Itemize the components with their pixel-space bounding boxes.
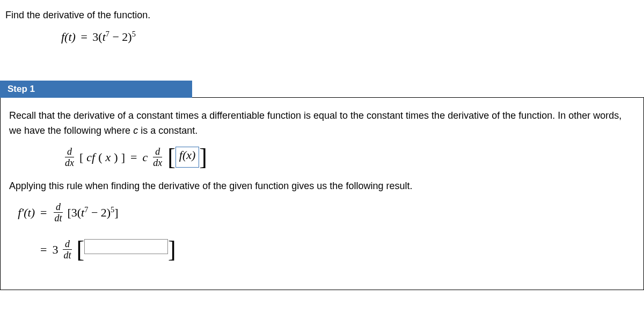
exp2: 5	[132, 30, 136, 38]
ddt-1: d dt	[52, 201, 64, 223]
fn-lhs: f(t)	[61, 30, 76, 44]
rule-left-bracket-open: [	[79, 150, 83, 164]
expr1-open: [3(	[67, 206, 81, 219]
ddx-num: d	[65, 146, 74, 157]
big-bracket-l: [	[167, 147, 175, 168]
exp1: 7	[106, 30, 109, 38]
ddt-num1: d	[54, 201, 63, 213]
expr1-mid: − 2)	[88, 206, 111, 219]
eq1: =	[40, 206, 47, 220]
big-bracket-r: ]	[199, 147, 207, 168]
coeff-3: 3	[52, 243, 58, 257]
intro-c: c	[133, 125, 138, 136]
problem-title: Find the derivative of the function.	[5, 10, 639, 21]
ddt-num2: d	[63, 239, 72, 250]
ddx-right: d dx	[151, 146, 164, 168]
step-content: Recall that the derivative of a constant…	[0, 97, 644, 290]
ddx-num2: d	[153, 146, 162, 157]
rule-paren-close: )	[114, 150, 118, 164]
ddt-2: d dt	[61, 239, 73, 261]
apply-text: Applying this rule when finding the deri…	[9, 179, 635, 194]
rule-fx-box: f(x)	[175, 147, 200, 168]
intro-part1: Recall that the derivative of a constant…	[9, 110, 621, 136]
result-line-1: f′(t) = d dt [3(t7 − 2)5]	[9, 201, 635, 223]
eq2: =	[40, 243, 47, 257]
rule-paren-open: (	[98, 150, 102, 164]
rule-c: c	[142, 150, 148, 164]
rule-boxed: [ f(x) ]	[167, 147, 207, 168]
ddx-den2: dx	[151, 157, 164, 168]
rule-equals: =	[130, 150, 137, 164]
expr1: [3(t7 − 2)5]	[67, 205, 118, 220]
result-line-2: = 3 d dt [ ]	[9, 239, 635, 261]
big-bracket-l2: [	[76, 239, 84, 261]
step-label: Step 1	[8, 84, 35, 94]
constant-multiple-rule: d dx [cf(x)] = c d dx [ f(x) ]	[63, 146, 635, 168]
expr1-close: ]	[114, 206, 118, 219]
ddt-den1: dt	[52, 213, 64, 223]
rule-x: x	[106, 150, 111, 164]
rule-left-bracket-close: ]	[121, 150, 125, 164]
step-tab: Step 1	[0, 81, 192, 98]
ddt-den2: dt	[61, 250, 73, 261]
rule-cf: cf	[86, 150, 95, 164]
instruction-text: Recall that the derivative of a constant…	[9, 109, 635, 139]
equals: =	[80, 30, 87, 44]
rule-fx: f(x)	[179, 148, 196, 162]
big-bracket-r2: ]	[168, 239, 176, 261]
answer-bracket: [ ]	[76, 239, 175, 261]
mid: − 2)	[109, 30, 132, 44]
ddx-den: dx	[63, 157, 76, 168]
answer-input[interactable]	[84, 239, 168, 254]
problem-statement: Find the derivative of the function. f(t…	[0, 0, 644, 48]
problem-equation: f(t) = 3(t7 − 2)5	[61, 30, 639, 44]
result-lines: f′(t) = d dt [3(t7 − 2)5] = 3 d dt [ ]	[9, 201, 635, 261]
fprime-t: f′(t)	[9, 206, 35, 220]
ddx-left: d dx	[63, 146, 76, 168]
coeff: 3(	[92, 30, 102, 44]
intro-part2: is a constant.	[138, 125, 197, 136]
